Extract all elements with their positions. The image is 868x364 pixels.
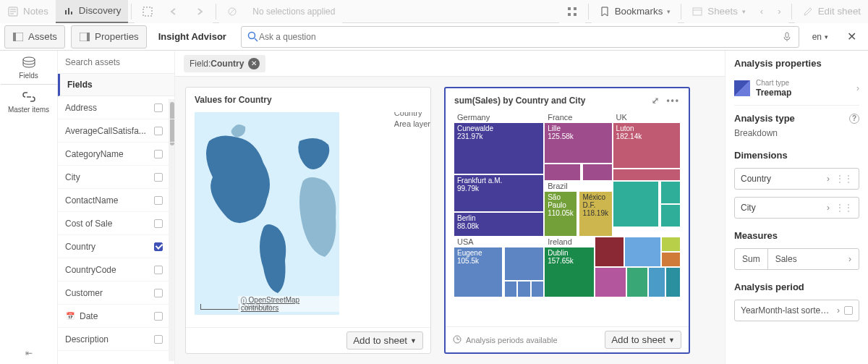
field-checkbox[interactable]: [154, 289, 163, 297]
language-selector[interactable]: en ▾: [805, 32, 835, 42]
period-value: YearMonth-last sorte…: [741, 305, 829, 316]
step-back-button[interactable]: [161, 0, 187, 23]
treemap-val: 231.97k: [457, 132, 540, 140]
chip-remove-icon[interactable]: ✕: [248, 58, 260, 69]
field-checkbox[interactable]: [154, 312, 163, 321]
field-checkbox[interactable]: [154, 219, 163, 228]
map-credit[interactable]: i OpenStreetMap contributors: [238, 296, 339, 312]
treemap-country-france: France: [545, 113, 611, 123]
measure-agg[interactable]: Sum: [735, 249, 767, 269]
fields-group-header[interactable]: Fields: [58, 74, 174, 96]
field-row[interactable]: Country: [58, 235, 174, 258]
search-assets-input[interactable]: [58, 51, 174, 74]
field-label: Customer: [65, 288, 103, 298]
field-row[interactable]: CategoryName: [58, 143, 174, 166]
field-row[interactable]: Address: [58, 96, 174, 119]
map-visual[interactable]: 5000 km i OpenStreetMap contributors: [195, 112, 339, 315]
field-row[interactable]: CountryCode: [58, 258, 174, 282]
analysis-type-value: Breakdown: [734, 128, 859, 138]
prev-sheet-button[interactable]: ‹: [753, 0, 770, 23]
field-row[interactable]: 📅Date: [58, 305, 174, 328]
field-checkbox[interactable]: [154, 103, 163, 112]
step-back-icon: [168, 6, 179, 17]
smart-select-icon: [142, 6, 153, 17]
question-input[interactable]: [259, 32, 781, 42]
field-row[interactable]: Description: [58, 328, 174, 351]
period-checkbox[interactable]: [844, 306, 853, 315]
add-to-sheet-button[interactable]: Add to sheet ▼: [346, 331, 423, 350]
calendar-icon: 📅: [65, 312, 75, 320]
field-label: City: [65, 172, 80, 182]
bookmarks-button[interactable]: Bookmarks ▾: [592, 0, 678, 23]
period-item[interactable]: YearMonth-last sorte… ›: [734, 300, 859, 321]
field-checkbox[interactable]: [154, 242, 163, 251]
svg-rect-6: [71, 12, 72, 14]
clock-icon: [453, 335, 461, 345]
clear-selections-button[interactable]: [219, 0, 245, 23]
add-to-sheet-label: Add to sheet: [611, 334, 665, 345]
field-chip[interactable]: Field:Country ✕: [184, 55, 265, 72]
svg-point-20: [248, 32, 255, 38]
edit-sheet-button[interactable]: Edit sheet: [795, 0, 868, 23]
treemap-val: 99.79k: [457, 185, 540, 192]
chevron-right-icon: ›: [778, 6, 780, 17]
card-treemap-title: sum(Sales) by Country and City: [454, 96, 585, 106]
field-checkbox[interactable]: [154, 173, 163, 182]
separator: [791, 4, 792, 20]
svg-rect-4: [65, 10, 67, 14]
field-checkbox[interactable]: [154, 196, 163, 205]
field-checkbox[interactable]: [154, 150, 163, 158]
dimension-city[interactable]: City › ⋮⋮: [734, 197, 859, 219]
dimension-country[interactable]: Country › ⋮⋮: [734, 168, 859, 190]
properties-button[interactable]: Properties: [71, 25, 147, 48]
field-row[interactable]: ContactName: [58, 189, 174, 212]
step-fwd-button[interactable]: [187, 0, 213, 23]
rail-fields[interactable]: Fields: [1, 51, 57, 85]
rail-collapse[interactable]: ⇤: [20, 342, 38, 364]
chevron-right-icon: ›: [837, 305, 840, 316]
treemap-val: 157.65k: [548, 257, 591, 265]
svg-rect-17: [13, 33, 16, 41]
measure-item[interactable]: Sum Sales›: [734, 248, 859, 270]
rail-master-items[interactable]: Master items: [1, 85, 57, 118]
fullscreen-icon[interactable]: ⤢: [652, 96, 659, 106]
sheets-button[interactable]: Sheets ▾: [684, 0, 753, 23]
collapse-icon: ⇤: [25, 348, 33, 358]
add-to-sheet-button[interactable]: Add to sheet ▼: [605, 331, 681, 349]
grid-icon: [566, 6, 578, 17]
smart-select-button[interactable]: [135, 0, 161, 23]
treemap-val: 105.5k: [457, 257, 499, 265]
svg-point-23: [23, 57, 35, 62]
period-header: Analysis period: [734, 282, 804, 292]
chart-type-value: Treemap: [756, 88, 791, 98]
grid-button[interactable]: [559, 0, 585, 23]
next-sheet-button[interactable]: ›: [770, 0, 788, 23]
field-row[interactable]: AverageCallSatisfa...: [58, 119, 174, 143]
chevron-right-icon: ›: [856, 83, 859, 93]
chart-type-label: Chart type: [756, 79, 791, 88]
grip-icon[interactable]: ⋮⋮: [835, 174, 853, 184]
treemap-country-uk: UK: [613, 113, 680, 123]
field-row[interactable]: City: [58, 166, 174, 189]
assets-button[interactable]: Assets: [4, 25, 65, 48]
microphone-icon[interactable]: [781, 31, 793, 43]
field-row[interactable]: Customer: [58, 282, 174, 305]
card-treemap[interactable]: sum(Sales) by Country and City ⤢ ••• Ger…: [444, 87, 690, 354]
periods-info[interactable]: Analysis periods available: [453, 335, 558, 345]
more-icon[interactable]: •••: [666, 96, 680, 106]
dimensions-header: Dimensions: [734, 150, 788, 161]
treemap-visual[interactable]: Germany Cunewalde 231.97k Frankfurt a.M.…: [454, 113, 680, 326]
field-checkbox[interactable]: [154, 127, 163, 135]
world-map-svg: [195, 112, 339, 315]
discovery-button[interactable]: Discovery: [56, 0, 129, 23]
field-checkbox[interactable]: [154, 266, 163, 274]
field-row[interactable]: Cost of Sale: [58, 212, 174, 235]
field-checkbox[interactable]: [154, 335, 163, 344]
grip-icon[interactable]: ⋮⋮: [835, 203, 853, 213]
notes-button[interactable]: Notes: [0, 0, 56, 23]
close-button[interactable]: ✕: [835, 30, 868, 43]
chart-type-selector[interactable]: Chart type Treemap ›: [734, 76, 859, 106]
treemap-val: 110.05k: [548, 209, 574, 217]
info-icon[interactable]: ?: [849, 114, 859, 124]
question-search[interactable]: [241, 26, 799, 48]
